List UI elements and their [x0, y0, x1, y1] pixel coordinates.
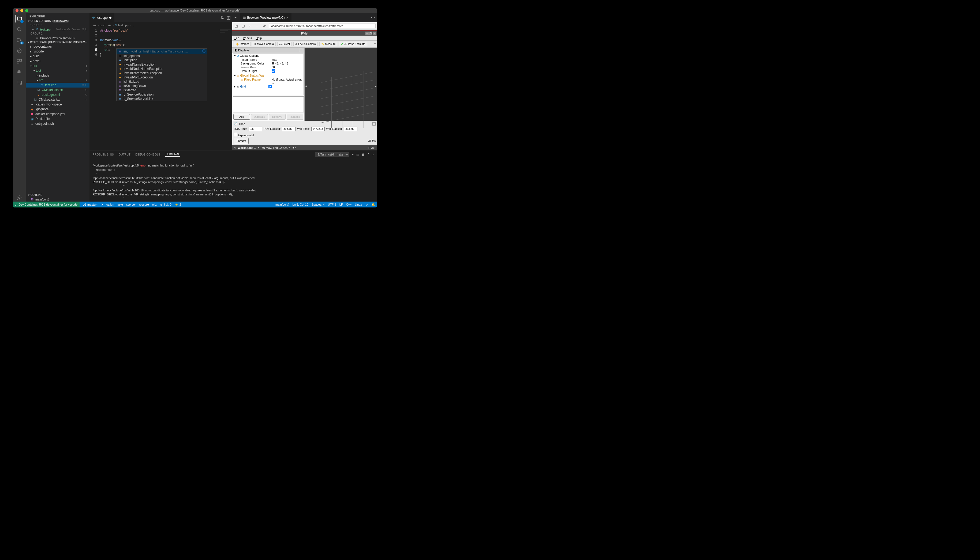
- terminal-tab[interactable]: TERMINAL: [165, 153, 180, 157]
- file-test-cpp[interactable]: ⊕test.cpp3, U: [26, 83, 89, 88]
- remove-button[interactable]: Remove: [269, 114, 286, 120]
- folder-vscode[interactable]: ▸.vscode: [26, 49, 89, 54]
- grid-checkbox[interactable]: [268, 85, 272, 88]
- intellisense-item[interactable]: ◉L_ServiceServerLink: [117, 97, 207, 101]
- taskbar-prev[interactable]: ◂: [234, 146, 236, 149]
- debug-icon[interactable]: [15, 47, 23, 55]
- duplicate-button[interactable]: Duplicate: [251, 114, 268, 120]
- language-mode[interactable]: C++: [346, 203, 352, 206]
- forward-icon[interactable]: →: [255, 23, 259, 28]
- status-roscore[interactable]: roscore: [139, 203, 149, 206]
- remote-indicator[interactable]: ⇄ Dev Container: ROS devcontainer for vs…: [13, 202, 80, 207]
- inspect-icon[interactable]: ◰: [234, 23, 239, 28]
- menu-file[interactable]: File: [234, 37, 239, 40]
- maximize-window-icon[interactable]: [25, 9, 28, 12]
- select-button[interactable]: ▭Select: [277, 42, 292, 46]
- new-terminal-icon[interactable]: +: [352, 153, 353, 156]
- outline-header[interactable]: ▾ OUTLINE: [26, 193, 89, 197]
- file-gitignore[interactable]: ◆.gitignore: [26, 107, 89, 112]
- folder-devcontainer[interactable]: ▸.devcontainer: [26, 44, 89, 49]
- folder-src[interactable]: ▾src: [26, 63, 89, 68]
- problems-tab[interactable]: PROBLEMS3: [93, 153, 114, 156]
- displays-tree[interactable]: ▾ ⊙ Global Options Fixed Framemap Backgr…: [233, 53, 304, 95]
- file-catkin-workspace[interactable]: ≡.catkin_workspace: [26, 102, 89, 107]
- rviz-3d-view[interactable]: ◂ ▸: [304, 48, 377, 121]
- split-editor-icon[interactable]: ◫: [227, 15, 231, 20]
- eol[interactable]: LF: [339, 203, 343, 206]
- rename-button[interactable]: Rename: [287, 114, 303, 120]
- info-icon[interactable]: ⓘ: [202, 49, 206, 53]
- menu-panels[interactable]: Panels: [243, 37, 252, 40]
- tab-browser-preview[interactable]: ▤ Browser Preview (noVNC) ×: [240, 13, 291, 22]
- minimize-icon[interactable]: –: [365, 32, 369, 35]
- open-editor-browser-preview[interactable]: ▤ Browser Preview (noVNC): [26, 36, 89, 40]
- settings-gear-icon[interactable]: [15, 194, 23, 202]
- file-cmakelists-2[interactable]: MCMakeLists.txt↘: [26, 97, 89, 102]
- taskbar-nav[interactable]: ◂ ▸: [292, 146, 296, 149]
- panel-toggle-icon[interactable]: [299, 49, 302, 52]
- pose-estimate-button[interactable]: ↗2D Pose Estimate: [339, 42, 367, 46]
- broadcast-status[interactable]: ⚡2: [175, 203, 181, 207]
- file-entrypoint[interactable]: ≡entrypoint.sh: [26, 121, 89, 126]
- file-cmakelists-1[interactable]: MCMakeLists.txtU: [26, 88, 89, 92]
- intellisense-item[interactable]: {}init_options: [117, 54, 207, 58]
- folder-build[interactable]: ▸build: [26, 54, 89, 58]
- status-catkin-make[interactable]: catkin_make: [106, 203, 123, 206]
- compare-icon[interactable]: ⇅: [221, 15, 224, 20]
- add-button[interactable]: Add: [233, 114, 250, 120]
- kill-terminal-icon[interactable]: 🗑: [362, 153, 365, 156]
- intellisense-item[interactable]: ◉InitOption: [117, 58, 207, 62]
- minimap[interactable]: [219, 28, 232, 39]
- notifications-icon[interactable]: 🔔: [371, 203, 375, 207]
- docker-icon[interactable]: [15, 68, 23, 76]
- file-docker-compose[interactable]: ⬢docker-compose.yml: [26, 112, 89, 117]
- status-rviz[interactable]: rviz: [152, 203, 157, 206]
- ros-time-value[interactable]: [249, 127, 262, 131]
- intellisense-item[interactable]: ⊞isInitialized: [117, 80, 207, 84]
- problems-status[interactable]: ⊗3 ⚠0: [160, 203, 171, 207]
- workspace-header[interactable]: ▾ WORKSPACE [DEV CONTAINER: ROS DEVCONTA…: [26, 40, 89, 44]
- move-camera-button[interactable]: ✥Move Camera: [252, 42, 276, 46]
- intellisense-item[interactable]: ⊞isStarted: [117, 88, 207, 92]
- split-terminal-icon[interactable]: ◫: [356, 153, 359, 156]
- file-dockerfile[interactable]: ▣Dockerfile: [26, 117, 89, 121]
- cursor-position[interactable]: Ln 5, Col 10: [292, 203, 308, 206]
- terminal-select[interactable]: 5: Task - catkin_make: [315, 152, 349, 157]
- breadcrumb[interactable]: src› test› src› ⊕ test.cpp› ...: [89, 22, 232, 28]
- close-window-icon[interactable]: [15, 9, 18, 12]
- intellisense-item[interactable]: ◆InvalidNodeNameException: [117, 67, 207, 71]
- url-input[interactable]: [269, 23, 376, 28]
- tab-test-cpp[interactable]: ⊕ test.cpp: [89, 13, 114, 22]
- outline-item-main[interactable]: ⊞ main(void): [26, 197, 89, 202]
- folder-devel[interactable]: ▸devel: [26, 58, 89, 63]
- intellisense-item[interactable]: ⊞isShuttingDown: [117, 84, 207, 88]
- git-branch[interactable]: ⎇master*: [83, 203, 97, 207]
- terminal-output[interactable]: /workspace/src/test/src/test.cpp:4:5: er…: [89, 158, 377, 202]
- rviz-titlebar[interactable]: RViz* – □ ×: [232, 31, 377, 36]
- open-editors-header[interactable]: ▾ OPEN EDITORS 1 UNSAVED: [26, 19, 89, 23]
- more-icon[interactable]: ⋯: [233, 15, 237, 20]
- taskbar-next[interactable]: ▸: [258, 146, 259, 149]
- encoding[interactable]: UTF-8: [328, 203, 336, 206]
- sync-icon[interactable]: ⟳: [101, 203, 103, 207]
- close-icon[interactable]: ×: [373, 32, 376, 35]
- scm-icon[interactable]: 3: [15, 37, 23, 44]
- workspace-label[interactable]: Workspace 1: [237, 146, 256, 149]
- search-icon[interactable]: [15, 26, 23, 33]
- status-xserver[interactable]: xserver: [126, 203, 136, 206]
- extensions-icon[interactable]: [15, 58, 23, 65]
- remote-explorer-icon[interactable]: [15, 79, 23, 87]
- minimize-window-icon[interactable]: [20, 9, 23, 12]
- 3d-left-handle[interactable]: ◂: [305, 84, 307, 88]
- open-editor-test-cpp[interactable]: ● ⊕ test.cpp /workspace/src/test/src 3, …: [26, 27, 89, 32]
- intellisense-item[interactable]: ◉L_ServicePublication: [117, 92, 207, 97]
- close-tab-icon[interactable]: ×: [286, 15, 289, 20]
- reload-icon[interactable]: ⟳: [262, 23, 267, 28]
- output-tab[interactable]: OUTPUT: [119, 153, 130, 156]
- intellisense-popup[interactable]: ⊞initvoid ros::init(int &argc, char **ar…: [116, 48, 207, 101]
- device-icon[interactable]: ▢: [241, 23, 246, 28]
- taskbar-app[interactable]: RViz*: [368, 146, 376, 149]
- back-icon[interactable]: ←: [248, 23, 253, 28]
- maximize-icon[interactable]: □: [369, 32, 372, 35]
- feedback-icon[interactable]: ☺: [365, 203, 368, 206]
